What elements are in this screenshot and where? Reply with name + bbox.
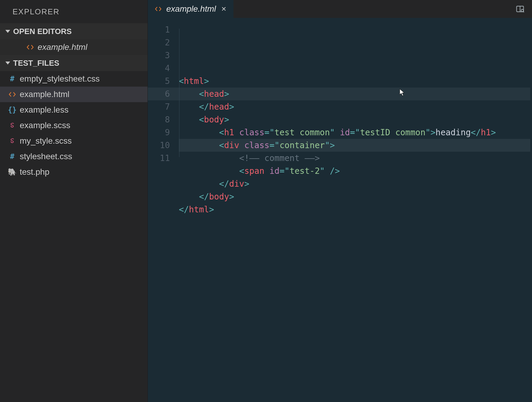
section-folder-label: TEST_FILES: [13, 59, 59, 68]
editor-pane: example.html × 1234567891011: [148, 0, 532, 402]
file-item-label: example.scss: [20, 121, 70, 130]
chevron-down-icon: [5, 62, 10, 65]
code-line[interactable]: <!—— comment ——>: [179, 152, 532, 165]
section-open-editors-label: OPEN EDITORS: [13, 27, 72, 36]
close-icon[interactable]: ×: [220, 4, 226, 14]
split-editor-icon[interactable]: [516, 5, 524, 13]
open-editor-item-label: example.html: [38, 42, 87, 52]
code-line[interactable]: <div class="container">: [179, 139, 532, 152]
code-line[interactable]: <span id="test-2" />: [179, 165, 532, 177]
section-open-editors[interactable]: OPEN EDITORS: [0, 23, 147, 39]
code-line[interactable]: <html>: [179, 75, 532, 88]
code-line[interactable]: </div>: [179, 177, 532, 190]
code-line[interactable]: <h1 class="test common" id="testID commo…: [179, 126, 532, 139]
file-item-example-less[interactable]: {}example.less: [0, 102, 147, 118]
line-number: 4: [148, 62, 170, 75]
less-icon: {}: [8, 106, 16, 114]
app-root: EXPLORER OPEN EDITORS example.html TEST_…: [0, 0, 532, 402]
css-icon: #: [8, 75, 16, 83]
line-number: 2: [148, 36, 170, 49]
file-item-label: example.less: [20, 105, 68, 115]
file-item-test-php[interactable]: 🐘test.php: [0, 164, 147, 180]
section-folder[interactable]: TEST_FILES: [0, 55, 147, 71]
svg-point-2: [521, 9, 524, 12]
indent-guide: [179, 29, 179, 157]
code-line[interactable]: <head>: [179, 88, 532, 100]
explorer-title: EXPLORER: [0, 0, 147, 23]
tab-example-html[interactable]: example.html ×: [148, 0, 233, 18]
line-number-gutter: 1234567891011: [148, 23, 179, 402]
file-item-label: my_style.scss: [20, 136, 72, 146]
explorer-sidebar: EXPLORER OPEN EDITORS example.html TEST_…: [0, 0, 148, 402]
line-number: 9: [148, 126, 170, 139]
svg-line-3: [523, 11, 524, 12]
tabbar-actions: [508, 0, 532, 18]
file-item-label: test.php: [20, 167, 50, 177]
line-number: 8: [148, 113, 170, 126]
code-area[interactable]: 1234567891011 <html> <head> </head> <bod…: [148, 18, 532, 402]
html-icon: [154, 5, 162, 13]
php-icon: 🐘: [8, 168, 16, 176]
line-number: 1: [148, 23, 170, 36]
line-number: 11: [148, 152, 170, 165]
tab-label: example.html: [166, 4, 216, 14]
file-item-label: empty_stylesheet.css: [20, 74, 100, 84]
file-item-label: example.html: [20, 90, 70, 99]
line-number: 3: [148, 49, 170, 62]
css-icon: #: [8, 153, 16, 160]
scss-icon: [8, 122, 16, 129]
minimap[interactable]: [530, 18, 532, 402]
file-item-empty-stylesheet-css[interactable]: #empty_stylesheet.css: [0, 71, 147, 87]
file-item-example-scss[interactable]: example.scss: [0, 118, 147, 133]
line-number: 5: [148, 75, 170, 88]
tab-bar: example.html ×: [148, 0, 532, 18]
line-number: 10: [148, 139, 170, 152]
code-lines[interactable]: <html> <head> </head> <body> <h1 class="…: [179, 23, 532, 402]
scss-icon: [8, 137, 16, 145]
tabbar-spacer: [233, 0, 508, 18]
file-item-my-style-scss[interactable]: my_style.scss: [0, 133, 147, 149]
file-item-stylesheet-css[interactable]: #stylesheet.css: [0, 149, 147, 164]
line-number: 7: [148, 100, 170, 113]
code-line[interactable]: </head>: [179, 100, 532, 113]
code-line[interactable]: </body>: [179, 190, 532, 203]
open-editor-item[interactable]: example.html: [0, 39, 147, 55]
html-icon: [8, 90, 16, 98]
html-icon: [26, 43, 34, 51]
code-line[interactable]: <body>: [179, 113, 532, 126]
code-line[interactable]: </html>: [179, 203, 532, 216]
file-item-example-html[interactable]: example.html: [0, 87, 147, 102]
line-number: 6: [148, 88, 170, 100]
chevron-down-icon: [5, 30, 10, 33]
folder-items: #empty_stylesheet.cssexample.html{}examp…: [0, 71, 147, 180]
file-item-label: stylesheet.css: [20, 152, 72, 161]
